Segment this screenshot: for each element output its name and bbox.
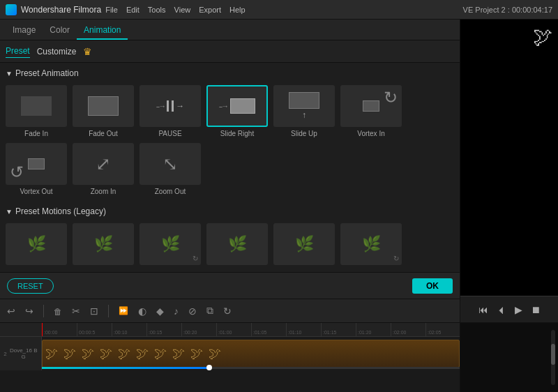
ok-button[interactable]: OK [412, 278, 453, 294]
legacy-item-3[interactable]: 🌿 ↻ [140, 223, 201, 265]
toolbar-separator-2 [108, 305, 109, 317]
title-left: Wondershare Filmora File Edit Tools View… [6, 4, 246, 15]
crop-button[interactable] [90, 306, 98, 317]
clip-bird-4: 🕊 [100, 347, 112, 361]
subtab-customize[interactable]: Customize [37, 45, 77, 58]
anim-thumb-zoom-out: ⤡ [140, 143, 201, 185]
anim-item-slide-up[interactable]: ↑ Slide Up [273, 85, 335, 137]
anim-thumb-vortex-out: ↺ [6, 143, 67, 185]
ruler-time-5: :01:00 [216, 323, 251, 336]
copy-button[interactable]: ⧉ [206, 305, 213, 317]
anim-item-fade-out[interactable]: Fade Out [73, 85, 134, 137]
tab-color[interactable]: Color [43, 22, 77, 40]
leaf-icon-5: 🌿 [295, 235, 314, 253]
rotate-button[interactable]: ↻ [223, 306, 232, 317]
menu-bar[interactable]: File Edit Tools View Export Help [105, 6, 245, 14]
ruler-time-0: :00:00 [42, 323, 77, 336]
audio-button[interactable]: ♪ [174, 306, 179, 317]
tab-animation[interactable]: Animation [77, 22, 128, 40]
legacy-item-6[interactable]: 🌿 ↻ [340, 223, 402, 265]
preset-animation-section-header[interactable]: ▼ Preset Animation [6, 68, 454, 78]
toolbar: ⏩ ◐ ◆ ♪ ⊘ ⧉ ↻ [0, 299, 460, 322]
track-content[interactable]: 🕊 🕊 🕊 🕊 🕊 🕊 🕊 🕊 🕊 🕊 [42, 337, 460, 370]
leaf-icon-1: 🌿 [27, 235, 46, 253]
speed-button[interactable]: ⏩ [119, 306, 128, 315]
color-button[interactable]: ◐ [138, 306, 146, 317]
ruler-time-8: :01:15 [321, 323, 356, 336]
time-indicator [42, 323, 43, 336]
anim-label-slide-up: Slide Up [291, 130, 317, 137]
ruler-time-2: :00:10 [112, 323, 146, 336]
fade-in-rect [21, 96, 52, 116]
leaf-icon-3: 🌿 [161, 235, 180, 253]
legacy-item-4[interactable]: 🌿 [206, 223, 268, 265]
progress-bar[interactable] [42, 367, 460, 369]
anim-item-fade-in[interactable]: Fade In [6, 85, 67, 137]
trash-button[interactable] [54, 306, 62, 317]
clip-bird-1: 🕊 [45, 347, 58, 361]
fade-out-rect [88, 96, 119, 116]
legacy-item-5[interactable]: 🌿 [273, 223, 335, 265]
anim-item-slide-right[interactable]: --→ Slide Right [206, 85, 268, 137]
anim-thumb-slide-right: --→ [206, 85, 268, 127]
anim-label-slide-right: Slide Right [220, 130, 254, 137]
app-name: Wondershare Filmora [21, 5, 101, 15]
track-number: 2 [3, 351, 6, 357]
preset-motions-label: Preset Motions (Legacy) [15, 206, 106, 216]
vortex-out-rect [28, 158, 45, 169]
ruler-time-9: :01:20 [356, 323, 391, 336]
pause-arrows-left: --→ [156, 102, 165, 110]
anim-item-zoom-in[interactable]: ⤢ Zoom In [73, 143, 134, 195]
anim-item-zoom-out[interactable]: ⤡ Zoom Out [140, 143, 201, 195]
anim-thumb-slide-up: ↑ [273, 85, 335, 127]
preview-area: 🕊 [460, 20, 558, 296]
track-clip[interactable]: 🕊 🕊 🕊 🕊 🕊 🕊 🕊 🕊 🕊 🕊 [42, 340, 460, 368]
slide-right-rect [230, 98, 255, 114]
subtab-preset[interactable]: Preset [6, 45, 30, 58]
vortex-out-spiral: ↺ [10, 163, 24, 182]
anim-label-fade-out: Fade Out [89, 130, 118, 137]
right-scrollbar-thumb[interactable] [551, 344, 555, 365]
play-button[interactable]: ▶ [513, 303, 524, 317]
anim-item-vortex-out[interactable]: ↺ Vortex Out [6, 143, 67, 195]
anim-item-vortex-in[interactable]: ↻ Vortex In [340, 85, 402, 137]
ruler-time-4: :00:20 [181, 323, 216, 336]
pause-arrow-right: → [176, 101, 184, 111]
anim-label-pause: PAUSE [158, 130, 181, 137]
menu-tools[interactable]: Tools [148, 6, 166, 14]
legacy-item-2[interactable]: 🌿 [73, 223, 134, 265]
reset-button[interactable]: RESET [7, 278, 54, 294]
menu-file[interactable]: File [105, 6, 118, 14]
stop-button[interactable]: ⏹ [529, 303, 542, 317]
clip-bird-3: 🕊 [82, 347, 94, 361]
redo-button[interactable] [25, 306, 33, 317]
preview-dove-icon: 🕊 [533, 25, 552, 48]
right-timeline [460, 322, 558, 392]
leaf-icon-6: 🌿 [362, 235, 381, 253]
preset-motions-section-header[interactable]: ▼ Preset Motions (Legacy) [6, 206, 454, 216]
ruler-time-3: :00:15 [146, 323, 181, 336]
tab-image[interactable]: Image [6, 22, 43, 40]
menu-help[interactable]: Help [229, 6, 246, 14]
app-logo-icon [6, 4, 17, 15]
anim-label-vortex-out: Vortex Out [20, 188, 52, 195]
split-button[interactable]: ⊘ [188, 306, 197, 317]
main-layout: Image Color Animation Preset Customize ♛… [0, 20, 558, 392]
cut-button[interactable] [72, 306, 80, 317]
play-back-button[interactable]: ⏴ [495, 303, 508, 317]
progress-handle[interactable] [206, 365, 212, 370]
ruler-time-11: :02:05 [425, 323, 460, 336]
clip-bird-6: 🕊 [136, 347, 149, 361]
right-scrollbar[interactable] [551, 330, 555, 385]
menu-export[interactable]: Export [199, 6, 221, 14]
legacy-item-1[interactable]: 🌿 [6, 223, 67, 265]
keyframe-button[interactable]: ◆ [156, 306, 164, 317]
sub-tabs: Preset Customize ♛ [0, 40, 460, 63]
menu-edit[interactable]: Edit [126, 6, 140, 14]
legacy-grid: 🌿 🌿 🌿 ↻ 🌿 🌿 🌿 ↻ [6, 223, 454, 265]
anim-item-pause[interactable]: --→ → PAUSE [140, 85, 201, 137]
undo-button[interactable] [7, 306, 15, 317]
ruler-time-7: :01:10 [286, 323, 321, 336]
skip-back-button[interactable]: ⏮ [477, 303, 490, 317]
menu-view[interactable]: View [174, 6, 191, 14]
